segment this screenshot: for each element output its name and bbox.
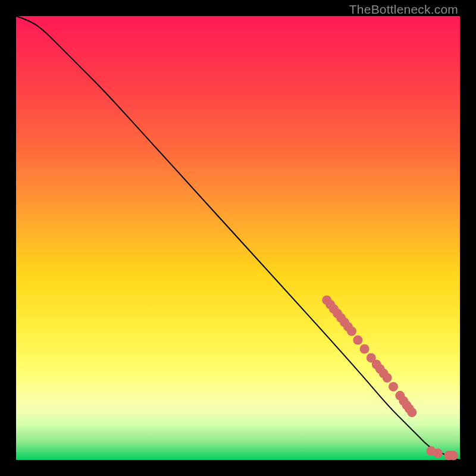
- watermark-text: TheBottleneck.com: [349, 2, 458, 17]
- data-point: [449, 451, 458, 461]
- chart-overlay: [16, 16, 460, 460]
- data-point: [389, 382, 398, 392]
- chart-stage: TheBottleneck.com: [0, 0, 476, 476]
- data-point: [347, 327, 356, 336]
- data-point: [360, 345, 369, 354]
- data-point: [407, 408, 416, 417]
- bottleneck-curve: [16, 16, 460, 460]
- data-points-group: [322, 295, 458, 460]
- data-point: [353, 336, 362, 345]
- plot-area: [16, 16, 460, 460]
- data-point: [433, 449, 443, 458]
- data-point: [383, 373, 392, 383]
